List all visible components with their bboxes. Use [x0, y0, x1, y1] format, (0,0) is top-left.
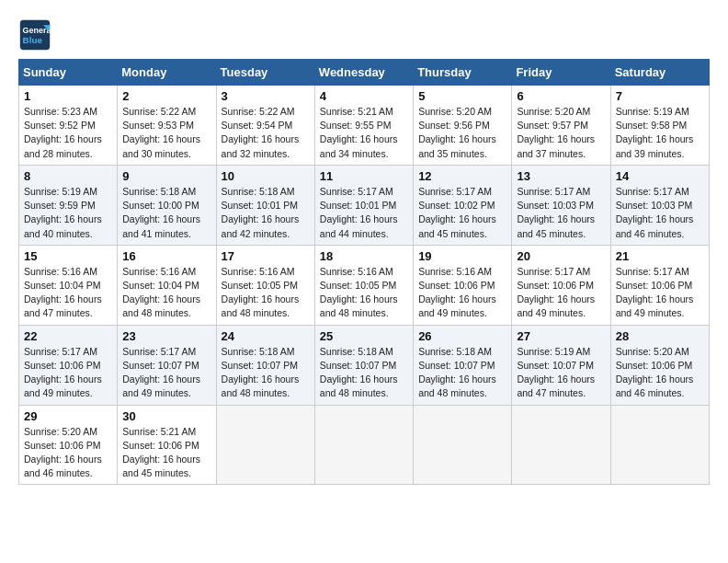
- calendar-cell: 3Sunrise: 5:22 AMSunset: 9:54 PMDaylight…: [216, 86, 314, 166]
- day-info: Sunrise: 5:21 AMSunset: 10:06 PMDaylight…: [122, 425, 210, 481]
- calendar-header-sunday: Sunday: [19, 60, 118, 86]
- calendar-header-saturday: Saturday: [610, 60, 709, 86]
- day-number: 19: [418, 249, 506, 263]
- day-number: 21: [616, 249, 704, 263]
- calendar-cell: 25Sunrise: 5:18 AMSunset: 10:07 PMDaylig…: [314, 325, 413, 405]
- day-number: 1: [24, 89, 112, 103]
- day-number: 13: [517, 169, 605, 183]
- calendar-cell: 15Sunrise: 5:16 AMSunset: 10:04 PMDaylig…: [19, 245, 118, 325]
- calendar-cell: [216, 405, 314, 485]
- day-number: 24: [222, 329, 310, 343]
- calendar-cell: 11Sunrise: 5:17 AMSunset: 10:01 PMDaylig…: [314, 165, 413, 245]
- svg-text:Blue: Blue: [23, 35, 43, 45]
- day-number: 7: [616, 89, 704, 103]
- day-number: 14: [616, 169, 704, 183]
- day-info: Sunrise: 5:17 AMSunset: 10:02 PMDaylight…: [418, 185, 506, 241]
- day-info: Sunrise: 5:19 AMSunset: 9:58 PMDaylight:…: [616, 105, 704, 161]
- day-number: 20: [517, 249, 605, 263]
- calendar-cell: 28Sunrise: 5:20 AMSunset: 10:06 PMDaylig…: [610, 325, 709, 405]
- day-info: Sunrise: 5:18 AMSunset: 10:07 PMDaylight…: [320, 345, 408, 401]
- day-info: Sunrise: 5:20 AMSunset: 10:06 PMDaylight…: [616, 345, 704, 401]
- calendar-week-row: 1Sunrise: 5:23 AMSunset: 9:52 PMDaylight…: [19, 86, 710, 166]
- day-info: Sunrise: 5:20 AMSunset: 9:56 PMDaylight:…: [418, 105, 506, 161]
- calendar-header-row: SundayMondayTuesdayWednesdayThursdayFrid…: [19, 60, 710, 86]
- day-info: Sunrise: 5:16 AMSunset: 10:04 PMDaylight…: [24, 265, 112, 321]
- day-info: Sunrise: 5:16 AMSunset: 10:05 PMDaylight…: [320, 265, 408, 321]
- calendar-cell: 24Sunrise: 5:18 AMSunset: 10:07 PMDaylig…: [216, 325, 314, 405]
- calendar-cell: 22Sunrise: 5:17 AMSunset: 10:06 PMDaylig…: [19, 325, 118, 405]
- day-number: 8: [24, 169, 112, 183]
- day-info: Sunrise: 5:17 AMSunset: 10:07 PMDaylight…: [122, 345, 210, 401]
- calendar-cell: [314, 405, 413, 485]
- calendar-week-row: 29Sunrise: 5:20 AMSunset: 10:06 PMDaylig…: [19, 405, 710, 485]
- calendar-header-wednesday: Wednesday: [314, 60, 413, 86]
- calendar-header-thursday: Thursday: [414, 60, 512, 86]
- day-info: Sunrise: 5:20 AMSunset: 9:57 PMDaylight:…: [517, 105, 605, 161]
- logo-icon: General Blue: [18, 18, 51, 52]
- day-number: 12: [418, 169, 506, 183]
- calendar-table: SundayMondayTuesdayWednesdayThursdayFrid…: [18, 59, 710, 485]
- day-info: Sunrise: 5:19 AMSunset: 10:07 PMDaylight…: [517, 345, 605, 401]
- day-number: 17: [222, 249, 310, 263]
- day-number: 10: [222, 169, 310, 183]
- day-info: Sunrise: 5:19 AMSunset: 9:59 PMDaylight:…: [24, 185, 112, 241]
- day-info: Sunrise: 5:22 AMSunset: 9:54 PMDaylight:…: [222, 105, 310, 161]
- calendar-cell: 1Sunrise: 5:23 AMSunset: 9:52 PMDaylight…: [19, 86, 118, 166]
- calendar-header-tuesday: Tuesday: [216, 60, 314, 86]
- day-number: 16: [122, 249, 210, 263]
- logo: General Blue: [18, 18, 55, 52]
- day-info: Sunrise: 5:18 AMSunset: 10:00 PMDaylight…: [122, 185, 210, 241]
- day-number: 22: [24, 329, 112, 343]
- day-info: Sunrise: 5:18 AMSunset: 10:01 PMDaylight…: [222, 185, 310, 241]
- calendar-header-friday: Friday: [512, 60, 610, 86]
- day-number: 23: [122, 329, 210, 343]
- calendar-cell: 29Sunrise: 5:20 AMSunset: 10:06 PMDaylig…: [19, 405, 118, 485]
- day-info: Sunrise: 5:23 AMSunset: 9:52 PMDaylight:…: [24, 105, 112, 161]
- calendar-cell: [414, 405, 512, 485]
- day-info: Sunrise: 5:17 AMSunset: 10:03 PMDaylight…: [616, 185, 704, 241]
- calendar-cell: 9Sunrise: 5:18 AMSunset: 10:00 PMDayligh…: [118, 165, 216, 245]
- calendar-cell: 20Sunrise: 5:17 AMSunset: 10:06 PMDaylig…: [512, 245, 610, 325]
- calendar-cell: [512, 405, 610, 485]
- calendar-cell: 23Sunrise: 5:17 AMSunset: 10:07 PMDaylig…: [118, 325, 216, 405]
- day-number: 11: [320, 169, 408, 183]
- calendar-cell: [610, 405, 709, 485]
- day-number: 30: [122, 409, 210, 423]
- day-info: Sunrise: 5:16 AMSunset: 10:05 PMDaylight…: [222, 265, 310, 321]
- calendar-cell: 17Sunrise: 5:16 AMSunset: 10:05 PMDaylig…: [216, 245, 314, 325]
- day-info: Sunrise: 5:17 AMSunset: 10:03 PMDaylight…: [517, 185, 605, 241]
- day-number: 26: [418, 329, 506, 343]
- calendar-cell: 26Sunrise: 5:18 AMSunset: 10:07 PMDaylig…: [414, 325, 512, 405]
- calendar-cell: 2Sunrise: 5:22 AMSunset: 9:53 PMDaylight…: [118, 86, 216, 166]
- day-number: 6: [517, 89, 605, 103]
- day-number: 5: [418, 89, 506, 103]
- day-number: 3: [222, 89, 310, 103]
- calendar-cell: 7Sunrise: 5:19 AMSunset: 9:58 PMDaylight…: [610, 86, 709, 166]
- calendar-cell: 14Sunrise: 5:17 AMSunset: 10:03 PMDaylig…: [610, 165, 709, 245]
- day-info: Sunrise: 5:18 AMSunset: 10:07 PMDaylight…: [222, 345, 310, 401]
- calendar-cell: 30Sunrise: 5:21 AMSunset: 10:06 PMDaylig…: [118, 405, 216, 485]
- calendar-cell: 18Sunrise: 5:16 AMSunset: 10:05 PMDaylig…: [314, 245, 413, 325]
- calendar-header-monday: Monday: [118, 60, 216, 86]
- calendar-cell: 16Sunrise: 5:16 AMSunset: 10:04 PMDaylig…: [118, 245, 216, 325]
- calendar-week-row: 8Sunrise: 5:19 AMSunset: 9:59 PMDaylight…: [19, 165, 710, 245]
- day-number: 28: [616, 329, 704, 343]
- day-number: 27: [517, 329, 605, 343]
- day-number: 25: [320, 329, 408, 343]
- day-info: Sunrise: 5:17 AMSunset: 10:06 PMDaylight…: [616, 265, 704, 321]
- calendar-week-row: 22Sunrise: 5:17 AMSunset: 10:06 PMDaylig…: [19, 325, 710, 405]
- calendar-cell: 10Sunrise: 5:18 AMSunset: 10:01 PMDaylig…: [216, 165, 314, 245]
- day-number: 15: [24, 249, 112, 263]
- calendar-cell: 27Sunrise: 5:19 AMSunset: 10:07 PMDaylig…: [512, 325, 610, 405]
- calendar-cell: 21Sunrise: 5:17 AMSunset: 10:06 PMDaylig…: [610, 245, 709, 325]
- day-info: Sunrise: 5:17 AMSunset: 10:06 PMDaylight…: [517, 265, 605, 321]
- day-number: 2: [122, 89, 210, 103]
- day-info: Sunrise: 5:21 AMSunset: 9:55 PMDaylight:…: [320, 105, 408, 161]
- day-info: Sunrise: 5:22 AMSunset: 9:53 PMDaylight:…: [122, 105, 210, 161]
- day-info: Sunrise: 5:18 AMSunset: 10:07 PMDaylight…: [418, 345, 506, 401]
- day-info: Sunrise: 5:16 AMSunset: 10:04 PMDaylight…: [122, 265, 210, 321]
- day-info: Sunrise: 5:17 AMSunset: 10:06 PMDaylight…: [24, 345, 112, 401]
- day-info: Sunrise: 5:20 AMSunset: 10:06 PMDaylight…: [24, 425, 112, 481]
- calendar-cell: 6Sunrise: 5:20 AMSunset: 9:57 PMDaylight…: [512, 86, 610, 166]
- calendar-cell: 4Sunrise: 5:21 AMSunset: 9:55 PMDaylight…: [314, 86, 413, 166]
